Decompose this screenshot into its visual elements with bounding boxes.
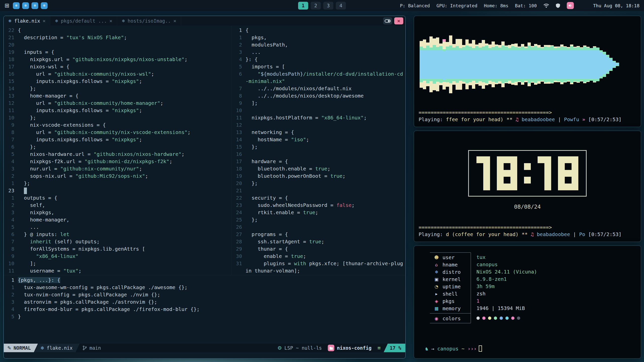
code-line: 14 hostName = "iso";: [231, 136, 405, 143]
line-number: 13: [4, 92, 18, 100]
waveform-column: [599, 50, 603, 78]
code-line: 24 rtkit.enable = true;: [231, 209, 405, 216]
tab-close-button[interactable]: ×: [173, 18, 176, 24]
waveform-column: [498, 45, 501, 84]
topbar-right: P: BalancedGPU: IntegratedHome: 8msBat: …: [400, 2, 639, 9]
waveform-column: [531, 46, 534, 83]
fetch-label-row: ▦memory: [430, 305, 471, 312]
pane-flake-nix[interactable]: 22{21 description = "tux's NixOS Flake";…: [4, 26, 231, 275]
line-number: 9: [231, 100, 246, 107]
volume-icon[interactable]: [567, 2, 574, 9]
statusline-right: ⚙LSP ~ null-ls nixos-config ≡ 17 %: [273, 344, 405, 352]
code-text: }: [18, 313, 405, 320]
tab-pkgs-default-[interactable]: ❄pkgs/default ...×: [50, 16, 117, 26]
code-text: bluetooth.powerOnBoot = true;: [246, 172, 405, 180]
tab-label: hosts/isoImag..: [128, 18, 171, 24]
workspace-4[interactable]: 4: [336, 2, 346, 10]
tag-3-icon[interactable]: ❄: [31, 2, 38, 9]
waveform-column: [528, 42, 531, 86]
waveform-column: [492, 41, 495, 87]
code-text: url = "github:nix-community/nixos-wsl";: [18, 70, 231, 78]
color-dots: [476, 314, 537, 322]
pane-pkgs-default[interactable]: 1{pkgs, ...}: {1 tux-awesome-wm-config =…: [4, 275, 405, 344]
now-playing-text: Playing: d (coffee for your head) ** ♫ b…: [419, 231, 636, 238]
text-segment: |: [555, 116, 564, 122]
shell-icon: ▸: [433, 291, 439, 296]
line-number: 23: [4, 187, 18, 194]
fetch-value: 1: [476, 297, 537, 304]
tag-1-icon[interactable]: ❄: [13, 2, 20, 9]
waveform-column: [449, 35, 452, 93]
clock-frame: [468, 150, 587, 197]
code-line: 20 };: [231, 180, 405, 187]
code-text: [18, 41, 231, 49]
theme-toggle-button[interactable]: [383, 17, 392, 24]
pane-iso-image[interactable]: 1{1 pkgs,2 modulesPath,3 ...4}: {5 impor…: [231, 26, 405, 275]
code-text: nixos-wsl = {: [18, 63, 231, 70]
line-number: 30: [231, 253, 246, 260]
color-dot: [505, 316, 509, 320]
text-segment: ffee for your head) **: [446, 116, 515, 122]
line-number: 5: [4, 151, 18, 158]
code-text: hardware = {: [246, 158, 405, 165]
code-line: 7 inherit (self) outputs;: [4, 238, 231, 245]
waveform-column: [426, 42, 429, 86]
line-number: 8: [4, 129, 18, 136]
tab-hosts-isoImag-[interactable]: ❄hosts/isoImag..×: [117, 16, 181, 26]
waveform-column: [446, 42, 449, 87]
fetch-value: tux: [476, 253, 537, 261]
code-text: [246, 223, 405, 231]
code-line: 17 nixos-wsl = {: [4, 63, 231, 70]
waveform-column: [613, 61, 616, 68]
close-window-button[interactable]: ×: [394, 17, 403, 24]
nix-snowflake-icon: ❄: [8, 19, 12, 23]
code-text: bluetooth.enable = true;: [246, 165, 405, 172]
line-number: 10: [4, 260, 18, 267]
code-text: nixpkgs.url = "github:nixos/nixpkgs/nixo…: [18, 56, 231, 63]
code-text: [246, 107, 405, 114]
tab-flake-nix[interactable]: ❄flake.nix×: [4, 16, 50, 26]
menu-grid-icon[interactable]: ⊞: [5, 2, 9, 9]
tag-2-icon[interactable]: ❄: [22, 2, 29, 9]
fetch-label-row: ◔uptime: [430, 283, 471, 290]
tag-4-icon[interactable]: ❄: [41, 2, 48, 9]
code-line: 30 enable = true;: [231, 253, 405, 260]
waveform-column: [577, 46, 580, 83]
command-line[interactable]: [4, 352, 405, 358]
code-line: 29 thunar = {: [231, 245, 405, 253]
line-number: 1: [231, 27, 246, 34]
workspace-1[interactable]: 1: [298, 2, 308, 10]
workspace-2[interactable]: 2: [311, 2, 321, 10]
code-line: 1{: [231, 27, 405, 34]
waveform-column: [596, 48, 599, 81]
systray-icon[interactable]: [580, 4, 587, 8]
workspace-switcher: 1234: [298, 0, 346, 11]
fetch-terminal-window[interactable]: ☻user⌂hname❄distro▣kernel◔uptime▸shell◈p…: [414, 245, 641, 359]
tab-close-button[interactable]: ×: [109, 18, 112, 24]
waveform-column: [452, 44, 456, 85]
code-text: ../../modules/nixos/desktop/awesome: [246, 92, 405, 100]
fetch-label: user: [442, 254, 455, 260]
code-line: 31 plugins = with pkgs.xfce; [thunar-arc…: [231, 260, 405, 275]
code-line: 5}: [4, 313, 405, 320]
shield-icon[interactable]: [556, 3, 560, 8]
color-dot: [517, 316, 520, 320]
code-text: nixpkgs-f2k.url = "github:moni-dz/nixpkg…: [18, 158, 231, 165]
waveform-column: [521, 44, 524, 85]
waveform-column: [462, 45, 465, 84]
code-line: 11 username = "tux";: [4, 267, 231, 275]
waveform-column: [580, 47, 583, 81]
waveform-column: [564, 46, 567, 82]
workspace-3[interactable]: 3: [323, 2, 333, 10]
line-number: 5: [4, 313, 18, 320]
code-line: 6 };: [4, 143, 231, 151]
code-text: [246, 187, 405, 194]
code-line: 2 sops-nix.url = "github:Mic92/sops-nix"…: [4, 172, 231, 180]
color-dot: [494, 316, 497, 320]
code-line: 10 ];: [4, 260, 231, 267]
system-fetch: ☻user⌂hname❄distro▣kernel◔uptime▸shell◈p…: [430, 252, 636, 323]
code-text: hostName = "iso";: [246, 136, 405, 143]
shell-prompt[interactable]: ♞ → canopus ~ ›››: [419, 345, 636, 354]
tab-close-button[interactable]: ×: [43, 18, 46, 24]
wifi-icon[interactable]: [543, 3, 549, 8]
